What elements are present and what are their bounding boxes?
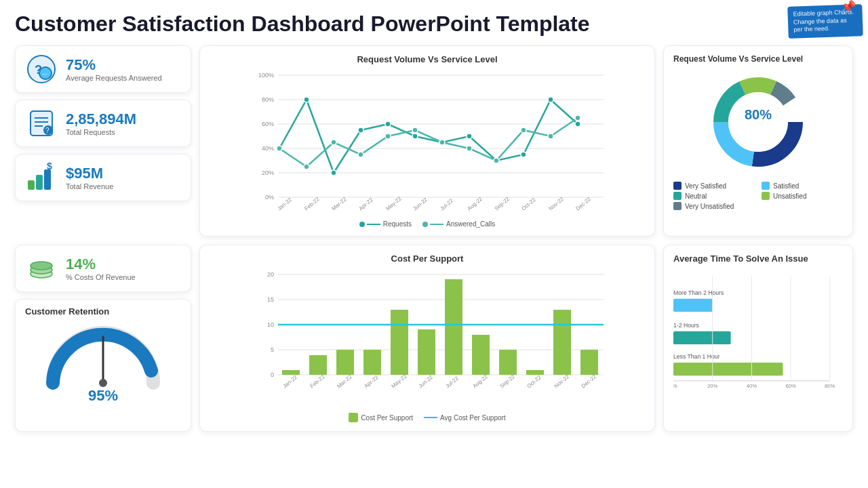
svg-text:Apr-22: Apr-22 <box>363 374 380 390</box>
svg-text:Mar-22: Mar-22 <box>331 196 349 212</box>
bar-chart-legend: Cost Per Support Avg Cost Per Support <box>210 413 645 422</box>
donut-chart-card: Request Volume Vs Service Level 80% Very… <box>663 45 853 237</box>
svg-point-53 <box>521 152 526 157</box>
svg-rect-86 <box>499 350 517 375</box>
svg-text:Jun-22: Jun-22 <box>412 197 429 212</box>
svg-rect-87 <box>526 370 544 375</box>
retention-card: Customer Retention 95% <box>15 299 191 432</box>
dashboard: Customer Satisfaction Dashboard PowerPoi… <box>0 0 868 488</box>
svg-point-63 <box>467 146 472 151</box>
svg-rect-84 <box>445 279 462 375</box>
hbar-chart-title: Average Time To Solve An Issue <box>673 253 843 264</box>
svg-text:More Than 2 Hours: More Than 2 Hours <box>673 289 724 296</box>
svg-point-58 <box>331 140 336 145</box>
legend-unsatisfied: Unsatisfied <box>762 192 843 200</box>
svg-text:10: 10 <box>267 321 274 328</box>
svg-point-65 <box>521 127 526 133</box>
legend-very-unsatisfied: Very Unsatisfied <box>673 202 755 210</box>
svg-text:Feb-22: Feb-22 <box>304 196 321 212</box>
svg-rect-115 <box>673 363 783 375</box>
donut-svg: 80% <box>704 68 812 176</box>
note-tag: 📌 Editable graph Charts. Change the data… <box>787 4 863 39</box>
svg-text:Less Than 1 Hour: Less Than 1 Hour <box>673 353 720 360</box>
svg-text:Jul-22: Jul-22 <box>439 197 455 211</box>
svg-text:20: 20 <box>267 271 274 278</box>
svg-text:···: ··· <box>42 70 47 78</box>
stat-costs-text: 14% % Costs Of Revenue <box>66 256 136 281</box>
svg-text:Dec-22: Dec-22 <box>575 196 593 212</box>
svg-rect-81 <box>363 350 381 375</box>
stat-avg-requests-text: 75% Average Requests Answered <box>66 56 162 82</box>
svg-text:80%: 80% <box>825 383 835 389</box>
svg-text:60%: 60% <box>262 121 274 127</box>
svg-text:40%: 40% <box>262 145 274 152</box>
stat-avg-requests: ? ··· 75% Average Requests Answered <box>15 45 191 93</box>
svg-point-48 <box>385 121 391 127</box>
svg-point-46 <box>331 170 336 176</box>
svg-text:?: ? <box>45 127 50 134</box>
svg-text:May-22: May-22 <box>391 373 409 389</box>
line-chart-svg: 100% 80% 60% 40% 20% 0% Jan-22 Feb-22 Ma… <box>210 68 645 218</box>
svg-point-62 <box>439 140 445 145</box>
stat-total-requests: ? 2,85,894M Total Requests <box>15 100 191 147</box>
svg-rect-113 <box>673 331 731 344</box>
svg-text:Jan-22: Jan-22 <box>277 197 294 212</box>
document-icon: ? <box>25 107 58 140</box>
svg-text:100%: 100% <box>258 72 274 79</box>
svg-text:15: 15 <box>267 296 274 303</box>
svg-text:Feb-22: Feb-22 <box>309 373 327 390</box>
svg-rect-13 <box>44 169 51 190</box>
stat-total-requests-text: 2,85,894M Total Requests <box>66 110 136 136</box>
hbar-chart-svg: More Than 2 Hours 1-2 Hours Less Than 1 … <box>673 268 843 390</box>
donut-legend: Very Satisfied Satisfied Neutral Unsatis… <box>673 182 843 210</box>
main-grid: ? ··· 75% Average Requests Answered <box>15 45 853 432</box>
svg-point-47 <box>358 127 363 133</box>
svg-rect-12 <box>36 175 43 190</box>
svg-text:Mar-22: Mar-22 <box>336 373 354 390</box>
svg-text:Oct-22: Oct-22 <box>526 374 543 390</box>
svg-rect-111 <box>673 299 713 312</box>
svg-text:80%: 80% <box>262 96 274 103</box>
svg-text:Apr-22: Apr-22 <box>358 197 375 212</box>
svg-text:Nov-22: Nov-22 <box>548 196 566 212</box>
svg-point-66 <box>548 134 553 139</box>
svg-text:Nov-22: Nov-22 <box>553 373 571 390</box>
svg-rect-83 <box>418 329 435 375</box>
svg-text:Jan-22: Jan-22 <box>282 374 299 390</box>
svg-text:$: $ <box>47 163 52 171</box>
line-chart-legend: Requests Answered_Calls <box>210 220 645 228</box>
stat-total-revenue-text: $95M Total Revenue <box>66 165 113 190</box>
svg-rect-11 <box>28 180 35 190</box>
svg-text:Aug-22: Aug-22 <box>472 373 490 390</box>
svg-point-67 <box>575 115 580 121</box>
svg-text:Jul-22: Jul-22 <box>445 375 460 389</box>
svg-rect-82 <box>391 310 408 375</box>
svg-text:60%: 60% <box>785 383 796 389</box>
svg-point-59 <box>358 152 363 157</box>
svg-point-55 <box>575 121 580 127</box>
svg-point-49 <box>412 134 418 139</box>
gauge <box>42 322 164 390</box>
legend-neutral: Neutral <box>673 192 755 200</box>
svg-text:Sep-22: Sep-22 <box>499 373 517 390</box>
svg-point-57 <box>304 164 309 169</box>
svg-rect-79 <box>309 355 327 375</box>
svg-text:0%: 0% <box>673 383 677 389</box>
svg-text:20%: 20% <box>707 383 718 389</box>
svg-rect-78 <box>282 370 300 375</box>
svg-text:Dec-22: Dec-22 <box>580 373 598 390</box>
legend-answered: Answered_Calls <box>422 220 495 228</box>
stat-costs: 14% % Costs Of Revenue <box>15 245 191 292</box>
svg-point-45 <box>304 97 309 102</box>
left-col-bottom: 14% % Costs Of Revenue Customer Retentio… <box>15 245 191 432</box>
bar-chart-card: Cost Per Support 20 15 10 5 0 <box>199 245 655 432</box>
svg-rect-80 <box>336 350 354 375</box>
coins-icon <box>25 252 58 285</box>
page-title: Customer Satisfaction Dashboard PowerPoi… <box>15 12 853 36</box>
svg-point-56 <box>277 146 282 151</box>
svg-text:1-2 Hours: 1-2 Hours <box>673 322 700 329</box>
svg-text:20%: 20% <box>262 169 274 176</box>
svg-text:0%: 0% <box>265 194 274 201</box>
line-chart-title: Request Volume Vs Service Level <box>210 54 645 64</box>
svg-point-108 <box>728 92 788 152</box>
